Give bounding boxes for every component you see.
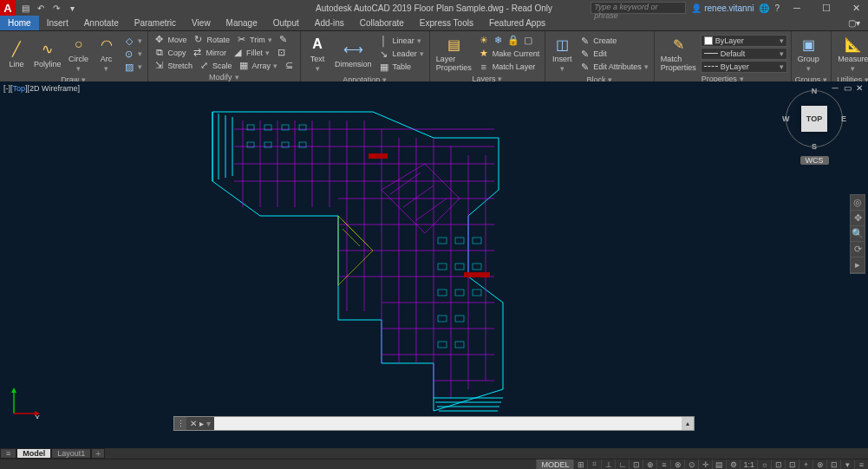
- viewport-label[interactable]: [-][Top][2D Wireframe]: [3, 84, 80, 93]
- tab-parametric[interactable]: Parametric: [127, 16, 184, 30]
- status-customize-icon[interactable]: ≡: [854, 459, 868, 470]
- compass-s[interactable]: S: [812, 142, 817, 151]
- wcs-badge[interactable]: WCS: [800, 156, 829, 165]
- nav-wheel-icon[interactable]: ◎: [851, 195, 865, 211]
- status-isoplane-icon[interactable]: ⊡: [629, 459, 643, 470]
- status-selection-icon[interactable]: ✛: [698, 459, 712, 470]
- dimension-button[interactable]: ⟷Dimension: [332, 38, 375, 70]
- compass-w[interactable]: W: [782, 114, 790, 123]
- measure-button[interactable]: 📐Measure▾: [835, 33, 868, 75]
- compass-n[interactable]: N: [812, 87, 818, 95]
- insert-button[interactable]: ◫Insert▾: [549, 33, 575, 75]
- status-snap-icon[interactable]: ⌗: [587, 459, 601, 470]
- arc-button[interactable]: ◠Arc▾: [94, 33, 120, 75]
- status-polar-icon[interactable]: ∟: [615, 459, 629, 470]
- tab-manage[interactable]: Manage: [219, 16, 265, 30]
- status-annotation-icon[interactable]: ☼: [757, 459, 771, 470]
- table-button[interactable]: ▦Table: [376, 61, 426, 74]
- status-scale[interactable]: 1:1: [740, 459, 757, 470]
- tab-output[interactable]: Output: [265, 16, 307, 30]
- qat-grid-icon[interactable]: ▤: [19, 2, 31, 14]
- rotate-button[interactable]: ↻Rotate: [191, 33, 232, 46]
- status-osnap-menu-icon[interactable]: ≡: [656, 459, 670, 470]
- modify-extra-2[interactable]: ⊡: [273, 46, 289, 59]
- layer-icons-row[interactable]: ☀❄🔒▢: [476, 34, 542, 47]
- draw-extra-3[interactable]: ▨▾: [121, 61, 144, 74]
- command-line[interactable]: ⋮ ✕▸▾ ▴: [173, 416, 695, 431]
- command-input[interactable]: [214, 417, 682, 430]
- viewport-close-icon[interactable]: ✕: [854, 82, 865, 93]
- status-quickprops-icon[interactable]: ⊗: [813, 459, 826, 470]
- nav-orbit-icon[interactable]: ⟳: [851, 242, 865, 257]
- status-grid-icon[interactable]: ⊞: [573, 459, 587, 470]
- nav-showmotion-icon[interactable]: ▸: [851, 257, 865, 273]
- linetype-combo[interactable]: ByLayer▾: [701, 61, 787, 73]
- modify-extra-3[interactable]: ⊆: [281, 59, 297, 72]
- compass-e[interactable]: E: [841, 114, 846, 123]
- mirror-button[interactable]: ⇄Mirror: [190, 46, 229, 59]
- fillet-button[interactable]: ◢Fillet▾: [230, 46, 271, 59]
- cmdline-history-icon[interactable]: ▴: [682, 417, 694, 430]
- stretch-button[interactable]: ⇲Stretch: [152, 59, 195, 72]
- add-layout-button[interactable]: +: [91, 448, 105, 459]
- modify-extra-1[interactable]: ✎: [276, 33, 291, 46]
- tab-express[interactable]: Express Tools: [412, 16, 481, 30]
- qat-undo-icon[interactable]: ↶: [35, 2, 47, 14]
- tab-insert[interactable]: Insert: [39, 16, 76, 30]
- nav-pan-icon[interactable]: ✥: [851, 211, 865, 226]
- match-properties-button[interactable]: ✎Match Properties: [658, 33, 699, 74]
- copy-button[interactable]: ⧉Copy: [152, 46, 188, 59]
- tab-view[interactable]: View: [184, 16, 219, 30]
- status-transparency-icon[interactable]: ⊙: [684, 459, 698, 470]
- a360-icon[interactable]: 🌐: [759, 3, 769, 13]
- make-current-button[interactable]: ★Make Current: [476, 47, 542, 60]
- status-annoscale-icon[interactable]: ⚙: [726, 459, 740, 470]
- tab-addins[interactable]: Add-ins: [307, 16, 352, 30]
- model-tab[interactable]: Model: [16, 448, 51, 459]
- create-block-button[interactable]: ✎Create: [577, 35, 650, 48]
- panel-modify-title[interactable]: Modify▾: [152, 72, 297, 81]
- maximize-button[interactable]: ☐: [814, 0, 839, 16]
- circle-button[interactable]: ○Circle▾: [66, 33, 92, 75]
- status-lineweight-icon[interactable]: ⊗: [670, 459, 684, 470]
- scale-button[interactable]: ⤢Scale: [196, 59, 234, 72]
- help-search-input[interactable]: Type a keyword or phrase: [591, 2, 686, 14]
- status-isolate-icon[interactable]: ▾: [840, 459, 854, 470]
- nav-zoom-icon[interactable]: 🔍: [851, 226, 865, 242]
- array-button[interactable]: ▦Array▾: [236, 59, 280, 72]
- draw-extra-2[interactable]: ⊙▾: [121, 48, 144, 61]
- edit-block-button[interactable]: ✎Edit: [577, 48, 650, 61]
- draw-extra-1[interactable]: ◇▾: [121, 35, 144, 48]
- color-combo[interactable]: ByLayer▾: [701, 35, 787, 47]
- minimize-button[interactable]: ─: [785, 0, 809, 16]
- lineweight-combo[interactable]: Default▾: [701, 48, 787, 60]
- text-button[interactable]: AText▾: [304, 33, 330, 75]
- tab-home[interactable]: Home: [0, 16, 39, 30]
- layout1-tab[interactable]: Layout1: [51, 448, 91, 459]
- status-monitor-icon[interactable]: ⊡: [785, 459, 799, 470]
- status-units-icon[interactable]: +: [799, 459, 813, 470]
- qat-more-icon[interactable]: ▾: [66, 2, 78, 14]
- status-lock-icon[interactable]: ⊡: [826, 459, 840, 470]
- trim-button[interactable]: ✂Trim▾: [233, 33, 274, 46]
- leader-button[interactable]: ↘Leader▾: [376, 48, 426, 61]
- close-button[interactable]: ✕: [844, 0, 868, 16]
- help-icon[interactable]: ?: [774, 3, 780, 13]
- status-osnap-icon[interactable]: ⊕: [643, 459, 656, 470]
- tab-annotate[interactable]: Annotate: [76, 16, 127, 30]
- status-model-button[interactable]: MODEL: [536, 459, 573, 470]
- status-ortho-icon[interactable]: ⊥: [601, 459, 615, 470]
- polyline-button[interactable]: ∿Polyline: [31, 38, 64, 70]
- status-workspace-icon[interactable]: ⊡: [771, 459, 785, 470]
- cmdline-handle-icon[interactable]: ⋮: [174, 417, 186, 430]
- view-cube[interactable]: N S E W TOP WCS: [780, 88, 849, 175]
- edit-attributes-button[interactable]: ✎Edit Attributes▾: [577, 61, 650, 74]
- match-layer-button[interactable]: ≡Match Layer: [476, 60, 542, 73]
- linear-button[interactable]: │Linear▾: [376, 35, 426, 48]
- app-logo[interactable]: A: [0, 0, 16, 16]
- group-button[interactable]: ▣Group▾: [795, 33, 822, 75]
- drawing-canvas[interactable]: N S E W TOP WCS ◎ ✥ 🔍 ⟳ ▸ YX ⋮ ✕▸▾ ▴: [0, 81, 868, 448]
- layer-properties-button[interactable]: ▤Layer Properties: [434, 33, 474, 74]
- qat-redo-icon[interactable]: ↷: [50, 2, 62, 14]
- tab-featured[interactable]: Featured Apps: [481, 16, 553, 30]
